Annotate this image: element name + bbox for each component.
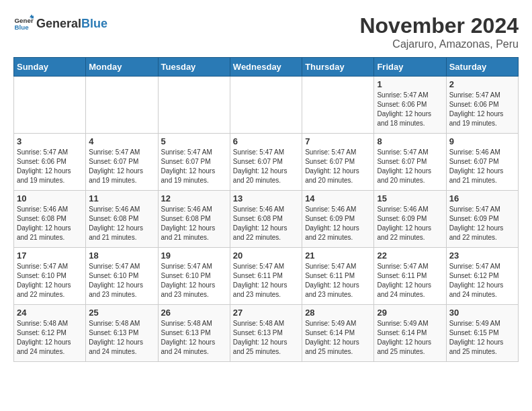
day-info: Sunrise: 5:49 AM Sunset: 6:14 PM Dayligh…: [305, 319, 371, 357]
day-info: Sunrise: 5:47 AM Sunset: 6:11 PM Dayligh…: [305, 262, 371, 300]
day-cell: 13Sunrise: 5:46 AM Sunset: 6:08 PM Dayli…: [230, 191, 302, 248]
day-number: 1: [377, 79, 443, 89]
calendar-body: 1Sunrise: 5:47 AM Sunset: 6:06 PM Daylig…: [14, 77, 519, 362]
day-cell: 15Sunrise: 5:46 AM Sunset: 6:09 PM Dayli…: [374, 191, 446, 248]
day-info: Sunrise: 5:47 AM Sunset: 6:10 PM Dayligh…: [89, 262, 154, 300]
day-cell: 20Sunrise: 5:47 AM Sunset: 6:11 PM Dayli…: [230, 248, 302, 305]
day-cell: 9Sunrise: 5:46 AM Sunset: 6:07 PM Daylig…: [446, 134, 518, 191]
day-number: 17: [17, 250, 83, 261]
header-cell-sunday: Sunday: [14, 58, 86, 77]
day-number: 26: [161, 308, 227, 318]
header-cell-thursday: Thursday: [302, 58, 374, 77]
week-row-4: 17Sunrise: 5:47 AM Sunset: 6:10 PM Dayli…: [14, 248, 519, 305]
logo: General Blue General Blue: [13, 13, 107, 34]
day-cell: 7Sunrise: 5:47 AM Sunset: 6:07 PM Daylig…: [302, 134, 374, 191]
day-cell: 2Sunrise: 5:47 AM Sunset: 6:06 PM Daylig…: [446, 77, 518, 134]
day-number: 18: [89, 250, 154, 261]
day-number: 15: [377, 193, 443, 203]
day-number: 7: [305, 136, 371, 146]
svg-text:Blue: Blue: [15, 24, 30, 31]
day-number: 23: [449, 250, 515, 261]
header-row: SundayMondayTuesdayWednesdayThursdayFrid…: [14, 58, 519, 77]
day-cell: 22Sunrise: 5:47 AM Sunset: 6:11 PM Dayli…: [374, 248, 446, 305]
day-number: 27: [233, 308, 299, 318]
day-cell: 28Sunrise: 5:49 AM Sunset: 6:14 PM Dayli…: [302, 305, 374, 362]
day-cell: 8Sunrise: 5:47 AM Sunset: 6:07 PM Daylig…: [374, 134, 446, 191]
header: General Blue General Blue November 2024 …: [13, 13, 519, 50]
day-number: 19: [161, 250, 227, 261]
week-row-5: 24Sunrise: 5:48 AM Sunset: 6:12 PM Dayli…: [14, 305, 519, 362]
day-number: 24: [17, 308, 83, 318]
day-info: Sunrise: 5:47 AM Sunset: 6:07 PM Dayligh…: [161, 148, 227, 185]
day-cell: [158, 77, 230, 134]
day-number: 8: [377, 136, 443, 146]
subtitle: Cajaruro, Amazonas, Peru: [359, 38, 519, 50]
day-cell: 17Sunrise: 5:47 AM Sunset: 6:10 PM Dayli…: [14, 248, 86, 305]
day-info: Sunrise: 5:48 AM Sunset: 6:13 PM Dayligh…: [233, 319, 299, 357]
day-cell: 24Sunrise: 5:48 AM Sunset: 6:12 PM Dayli…: [14, 305, 86, 362]
day-number: 21: [305, 250, 371, 261]
svg-text:General: General: [15, 17, 34, 24]
day-number: 30: [449, 308, 515, 318]
day-cell: [302, 77, 374, 134]
logo-blue: Blue: [81, 17, 107, 31]
header-cell-wednesday: Wednesday: [230, 58, 302, 77]
day-number: 25: [89, 308, 154, 318]
day-number: 20: [233, 250, 299, 261]
header-cell-monday: Monday: [86, 58, 158, 77]
day-cell: 19Sunrise: 5:47 AM Sunset: 6:10 PM Dayli…: [158, 248, 230, 305]
day-cell: 4Sunrise: 5:47 AM Sunset: 6:07 PM Daylig…: [86, 134, 158, 191]
day-number: 11: [89, 193, 154, 203]
day-number: 4: [89, 136, 154, 146]
day-number: 3: [17, 136, 83, 146]
day-info: Sunrise: 5:46 AM Sunset: 6:08 PM Dayligh…: [89, 205, 154, 242]
day-cell: 5Sunrise: 5:47 AM Sunset: 6:07 PM Daylig…: [158, 134, 230, 191]
day-cell: 12Sunrise: 5:46 AM Sunset: 6:08 PM Dayli…: [158, 191, 230, 248]
day-info: Sunrise: 5:49 AM Sunset: 6:15 PM Dayligh…: [449, 319, 515, 357]
day-cell: 18Sunrise: 5:47 AM Sunset: 6:10 PM Dayli…: [86, 248, 158, 305]
logo-icon: General Blue: [13, 13, 34, 34]
week-row-1: 1Sunrise: 5:47 AM Sunset: 6:06 PM Daylig…: [14, 77, 519, 134]
day-info: Sunrise: 5:47 AM Sunset: 6:11 PM Dayligh…: [377, 262, 443, 300]
day-info: Sunrise: 5:47 AM Sunset: 6:07 PM Dayligh…: [89, 148, 154, 185]
day-info: Sunrise: 5:48 AM Sunset: 6:13 PM Dayligh…: [89, 319, 154, 357]
day-info: Sunrise: 5:46 AM Sunset: 6:07 PM Dayligh…: [449, 148, 515, 185]
day-cell: [230, 77, 302, 134]
day-info: Sunrise: 5:46 AM Sunset: 6:09 PM Dayligh…: [377, 205, 443, 242]
header-cell-saturday: Saturday: [446, 58, 518, 77]
week-row-3: 10Sunrise: 5:46 AM Sunset: 6:08 PM Dayli…: [14, 191, 519, 248]
day-cell: 30Sunrise: 5:49 AM Sunset: 6:15 PM Dayli…: [446, 305, 518, 362]
day-info: Sunrise: 5:47 AM Sunset: 6:10 PM Dayligh…: [17, 262, 83, 300]
day-cell: [86, 77, 158, 134]
day-info: Sunrise: 5:46 AM Sunset: 6:09 PM Dayligh…: [305, 205, 371, 242]
day-info: Sunrise: 5:47 AM Sunset: 6:07 PM Dayligh…: [233, 148, 299, 185]
day-number: 12: [161, 193, 227, 203]
header-cell-tuesday: Tuesday: [158, 58, 230, 77]
day-cell: 11Sunrise: 5:46 AM Sunset: 6:08 PM Dayli…: [86, 191, 158, 248]
day-info: Sunrise: 5:47 AM Sunset: 6:12 PM Dayligh…: [449, 262, 515, 300]
main-title: November 2024: [359, 13, 519, 38]
header-cell-friday: Friday: [374, 58, 446, 77]
day-info: Sunrise: 5:47 AM Sunset: 6:06 PM Dayligh…: [449, 91, 515, 128]
day-cell: 6Sunrise: 5:47 AM Sunset: 6:07 PM Daylig…: [230, 134, 302, 191]
day-number: 28: [305, 308, 371, 318]
day-cell: 14Sunrise: 5:46 AM Sunset: 6:09 PM Dayli…: [302, 191, 374, 248]
title-area: November 2024 Cajaruro, Amazonas, Peru: [359, 13, 519, 50]
day-number: 6: [233, 136, 299, 146]
day-cell: 23Sunrise: 5:47 AM Sunset: 6:12 PM Dayli…: [446, 248, 518, 305]
day-info: Sunrise: 5:47 AM Sunset: 6:07 PM Dayligh…: [305, 148, 371, 185]
day-info: Sunrise: 5:48 AM Sunset: 6:12 PM Dayligh…: [17, 319, 83, 357]
day-info: Sunrise: 5:46 AM Sunset: 6:08 PM Dayligh…: [233, 205, 299, 242]
calendar-table: SundayMondayTuesdayWednesdayThursdayFrid…: [13, 57, 519, 362]
calendar-header: SundayMondayTuesdayWednesdayThursdayFrid…: [14, 58, 519, 77]
day-cell: 27Sunrise: 5:48 AM Sunset: 6:13 PM Dayli…: [230, 305, 302, 362]
day-info: Sunrise: 5:47 AM Sunset: 6:09 PM Dayligh…: [449, 205, 515, 242]
day-number: 16: [449, 193, 515, 203]
day-number: 5: [161, 136, 227, 146]
day-number: 2: [449, 79, 515, 89]
day-number: 22: [377, 250, 443, 261]
day-cell: 29Sunrise: 5:49 AM Sunset: 6:14 PM Dayli…: [374, 305, 446, 362]
day-cell: 3Sunrise: 5:47 AM Sunset: 6:06 PM Daylig…: [14, 134, 86, 191]
day-info: Sunrise: 5:47 AM Sunset: 6:06 PM Dayligh…: [377, 91, 443, 128]
day-number: 29: [377, 308, 443, 318]
